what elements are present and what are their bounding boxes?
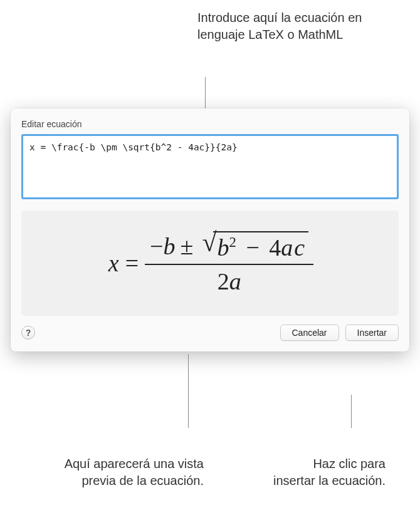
callout-line	[205, 77, 206, 108]
eq-denominator: 2a	[218, 265, 241, 295]
edit-equation-dialog: Editar ecuación x = − b ± √ b2 − 4ac	[11, 108, 409, 351]
eq-pm: ±	[181, 232, 194, 260]
dialog-button-row: ? Cancelar Insertar	[21, 325, 399, 341]
eq-b: b	[164, 232, 176, 260]
eq-minus: −	[150, 232, 163, 260]
dialog-title: Editar ecuación	[21, 119, 399, 129]
eq-a: a	[281, 234, 293, 261]
equation-input[interactable]	[21, 134, 399, 199]
eq-sqrt: √ b2 − 4ac	[202, 231, 308, 261]
eq-four: 4	[269, 234, 281, 261]
cancel-button[interactable]: Cancelar	[280, 325, 339, 341]
callout-line	[188, 354, 189, 428]
equation-preview: x = − b ± √ b2 − 4ac	[21, 211, 399, 316]
eq-fraction: − b ± √ b2 − 4ac 2a	[145, 231, 313, 295]
eq-sup2: 2	[229, 234, 236, 250]
callout-line	[351, 395, 352, 428]
eq-b2: b	[217, 234, 229, 261]
eq-a2: a	[229, 268, 241, 294]
insert-button[interactable]: Insertar	[345, 325, 399, 341]
eq-radicand: b2 − 4ac	[213, 231, 308, 261]
callout-input: Introduce aquí la ecuación en lenguaje L…	[197, 9, 398, 43]
callout-insert: Haz clic para insertar la ecuación.	[273, 456, 386, 489]
eq-x: x	[108, 249, 119, 277]
rendered-equation: x = − b ± √ b2 − 4ac	[107, 231, 313, 295]
eq-minus2: −	[246, 234, 259, 261]
eq-numerator: − b ± √ b2 − 4ac	[145, 231, 313, 265]
eq-equals: =	[125, 249, 139, 277]
eq-two: 2	[218, 268, 229, 294]
callout-preview: Aquí aparecerá una vista previa de la ec…	[60, 456, 204, 489]
eq-c: c	[294, 234, 305, 261]
help-button[interactable]: ?	[21, 326, 35, 340]
